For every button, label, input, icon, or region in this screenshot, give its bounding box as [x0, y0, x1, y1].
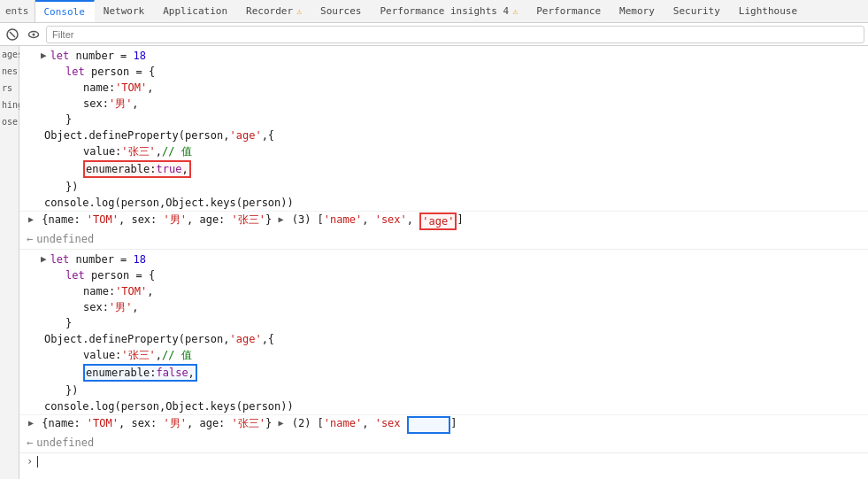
console-block-1: ▶ let number = 18 let person = { name:'T…	[19, 46, 868, 250]
main-area: ages nes... rs hings ose ▶ let number = …	[0, 46, 868, 479]
console-cursor-line[interactable]: ›	[19, 453, 868, 469]
nav-item-ose[interactable]: ose	[0, 113, 19, 130]
enumerable-true-line: enumerable:true,	[19, 159, 868, 179]
code-line: Object.defineProperty(person,'age',{	[19, 331, 868, 347]
tab-console-label: Console	[44, 6, 85, 18]
code-line: })	[19, 179, 868, 195]
code-line: ▶ let number = 18	[19, 48, 868, 64]
tab-sources-label: Sources	[320, 5, 361, 17]
clear-console-button[interactable]	[4, 26, 21, 43]
tab-console[interactable]: Console	[35, 0, 95, 22]
tab-lighthouse[interactable]: Lighthouse	[730, 0, 807, 22]
tab-sources[interactable]: Sources	[311, 0, 371, 22]
code-line: let person = {	[19, 267, 868, 283]
clear-icon	[6, 28, 19, 41]
tab-lighthouse-label: Lighthouse	[739, 5, 797, 17]
tab-security[interactable]: Security	[664, 0, 730, 22]
tab-perf-insights-label: Performance insights 4	[380, 5, 509, 17]
tab-recorder-label: Recorder	[246, 5, 293, 17]
expand-arrow-2: ▶	[28, 416, 34, 430]
prompt-arrow: ▶	[41, 49, 47, 63]
tab-network-label: Network	[104, 5, 144, 17]
code-line: name:'TOM',	[19, 80, 868, 96]
prompt-arrow-2: ▶	[41, 252, 47, 267]
output-line-1[interactable]: ▶ {name: 'TOM', sex: '男', age: '张三'} ▶ (…	[19, 211, 868, 231]
eye-icon	[27, 28, 40, 41]
tab-performance[interactable]: Performance	[527, 0, 611, 22]
console-block-2: ▶ let number = 18 let person = { name:'T…	[19, 250, 868, 453]
code-line: console.log(person,Object.keys(person))	[19, 398, 868, 414]
age-highlight-red: 'age'	[419, 212, 457, 230]
show-live-expression-button[interactable]	[25, 26, 42, 43]
result-arrow: ←	[27, 232, 33, 246]
code-line: name:'TOM',	[19, 283, 868, 299]
result-undefined-2: ← undefined	[19, 435, 868, 451]
nav-item-ages[interactable]: ages	[0, 46, 19, 63]
nav-item-hings[interactable]: hings	[0, 97, 19, 113]
left-nav-panel: ages nes... rs hings ose	[0, 46, 19, 479]
highlight-blue-box: enumerable:false,	[83, 364, 197, 382]
code-line: Object.defineProperty(person,'age',{	[19, 127, 868, 143]
tab-security-label: Security	[673, 5, 720, 17]
output-line-2[interactable]: ▶ {name: 'TOM', sex: '男', age: '张三'} ▶ (…	[19, 414, 868, 435]
code-line: sex:'男',	[19, 299, 868, 315]
result-arrow-2: ←	[27, 436, 33, 450]
svg-point-3	[33, 33, 35, 35]
nav-item-rs[interactable]: rs	[0, 80, 19, 97]
cursor-blink	[37, 456, 38, 467]
tab-network[interactable]: Network	[95, 0, 154, 22]
tab-memory-label: Memory	[619, 5, 655, 17]
tab-application[interactable]: Application	[154, 0, 237, 22]
code-line: ▶ let number = 18	[19, 251, 868, 267]
tab-perf-insights[interactable]: Performance insights 4 ⚠	[371, 0, 527, 22]
code-line: }	[19, 112, 868, 127]
console-toolbar	[0, 23, 868, 46]
highlight-red-box: enumerable:true,	[83, 160, 191, 178]
tab-bar: ents Console Network Application Recorde…	[0, 0, 868, 23]
expand-arrow: ▶	[28, 212, 34, 227]
enumerable-false-line: enumerable:false,	[19, 363, 868, 382]
console-output: ▶ let number = 18 let person = { name:'T…	[19, 46, 868, 479]
tab-performance-label: Performance	[536, 5, 601, 17]
filter-input[interactable]	[46, 26, 864, 43]
code-line: let person = {	[19, 64, 868, 80]
cursor-chevron: ›	[27, 455, 33, 467]
recorder-warn-icon: ⚠	[296, 6, 302, 16]
arr-expand-arrow: ▶	[278, 212, 283, 227]
code-line: sex:'男',	[19, 96, 868, 112]
nav-item-nes[interactable]: nes...	[0, 63, 19, 80]
code-line: }	[19, 315, 868, 331]
tab-application-label: Application	[163, 5, 227, 17]
code-line: value:'张三',// 值	[19, 143, 868, 159]
code-line: console.log(person,Object.keys(person))	[19, 195, 868, 211]
tab-partial-elements[interactable]: ents	[0, 0, 35, 22]
code-line: })	[19, 382, 868, 398]
svg-line-1	[10, 32, 15, 37]
code-line: value:'张三',// 值	[19, 347, 868, 363]
tab-memory[interactable]: Memory	[611, 0, 664, 22]
tab-recorder[interactable]: Recorder ⚠	[237, 0, 311, 22]
result-undefined-1: ← undefined	[19, 231, 868, 247]
arr-expand-arrow-2: ▶	[278, 416, 283, 430]
perf-insights-warn-icon: ⚠	[512, 6, 518, 16]
arr-highlight-blue	[407, 416, 450, 434]
